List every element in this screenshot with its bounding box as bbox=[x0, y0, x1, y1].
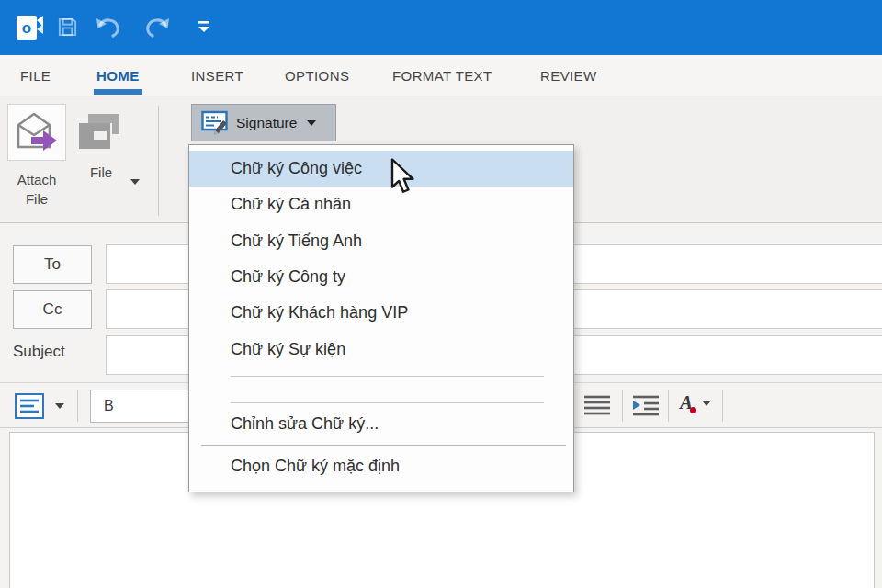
format-painter-icon[interactable] bbox=[15, 393, 44, 419]
outlook-compose-window: o bbox=[0, 0, 882, 588]
font-name-combobox[interactable]: B bbox=[90, 390, 191, 423]
customize-quick-access-toolbar-icon[interactable] bbox=[196, 20, 212, 35]
toolbar-separator bbox=[722, 390, 723, 422]
file-dropdown-icon[interactable] bbox=[130, 179, 140, 185]
ribbon-separator bbox=[158, 106, 159, 216]
tab-insert[interactable]: INSERT bbox=[191, 55, 243, 96]
menu-item-signature[interactable]: Chữ ký Công việc bbox=[189, 151, 573, 187]
subject-label: Subject bbox=[13, 343, 65, 361]
menu-item-signature[interactable]: Chữ ký Sự kiện bbox=[189, 331, 573, 367]
signature-icon bbox=[201, 110, 229, 135]
ribbon-tab-bar: FILE HOME INSERT OPTIONS FORMAT TEXT REV… bbox=[0, 55, 882, 96]
toolbar-separator bbox=[668, 390, 669, 422]
file-icon bbox=[75, 107, 127, 161]
signature-button[interactable]: Signature bbox=[191, 104, 336, 141]
font-styles-icon[interactable]: A bbox=[680, 391, 711, 414]
attach-file-button[interactable]: Attach File bbox=[7, 104, 66, 209]
tab-options[interactable]: OPTIONS bbox=[285, 55, 349, 96]
increase-indent-icon[interactable] bbox=[631, 394, 661, 416]
format-dropdown-icon[interactable] bbox=[55, 403, 64, 409]
toolbar-separator bbox=[77, 390, 78, 422]
file-label: File bbox=[90, 163, 112, 182]
tab-review[interactable]: REVIEW bbox=[540, 55, 597, 96]
menu-item-signature[interactable]: Chữ ký Cá nhân bbox=[189, 187, 573, 222]
font-styles-dropdown-icon bbox=[702, 401, 711, 406]
menu-item-signature[interactable]: Chữ ký Khách hàng VIP bbox=[189, 295, 573, 331]
attach-file-icon bbox=[7, 104, 66, 161]
save-icon[interactable] bbox=[57, 17, 78, 38]
signature-dropdown-icon bbox=[307, 120, 316, 126]
font-color-dot bbox=[690, 407, 696, 413]
file-button[interactable]: File bbox=[75, 107, 127, 182]
signature-label: Signature bbox=[236, 115, 297, 131]
cc-button[interactable]: Cc bbox=[13, 290, 92, 329]
attach-file-label: Attach File bbox=[8, 170, 65, 209]
tab-format-text[interactable]: FORMAT TEXT bbox=[392, 55, 492, 96]
justify-icon[interactable] bbox=[582, 394, 612, 416]
tab-home[interactable]: HOME bbox=[96, 55, 140, 96]
tab-file[interactable]: FILE bbox=[20, 55, 51, 96]
undo-icon[interactable] bbox=[95, 17, 122, 39]
menu-item-edit-signature[interactable]: Chỉnh sửa Chữ ký... bbox=[189, 403, 573, 445]
redo-icon[interactable] bbox=[143, 17, 171, 39]
svg-text:o: o bbox=[22, 19, 31, 37]
outlook-logo-icon: o bbox=[15, 13, 44, 42]
menu-item-choose-default-signature[interactable]: Chọn Chữ ký mặc định bbox=[189, 446, 573, 487]
toolbar-separator bbox=[622, 390, 623, 422]
menu-item-signature[interactable]: Chữ ký Công ty bbox=[189, 259, 573, 295]
font-name-value: B bbox=[104, 398, 114, 414]
to-button[interactable]: To bbox=[13, 245, 92, 284]
menu-item-signature[interactable]: Chữ ký Tiếng Anh bbox=[189, 223, 573, 259]
titlebar: o bbox=[0, 0, 882, 55]
signature-dropdown-menu: Chữ ký Công việc Chữ ký Cá nhân Chữ ký T… bbox=[188, 144, 574, 492]
